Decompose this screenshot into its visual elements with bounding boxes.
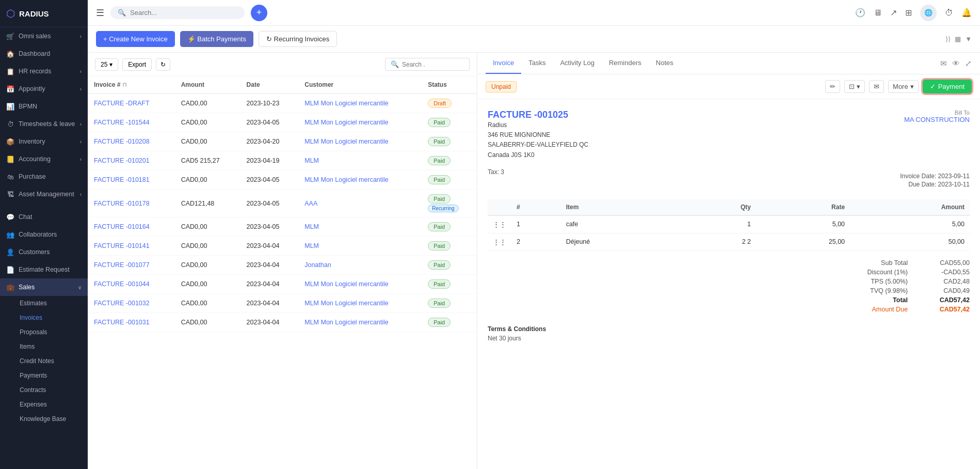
sidebar-item-invoices[interactable]: Invoices <box>14 310 88 325</box>
view-columns-icon[interactable]: ▦ <box>955 35 961 43</box>
invoice-link[interactable]: FACTURE -001077 <box>94 261 150 269</box>
export-button[interactable]: Export <box>122 58 152 71</box>
invoice-link[interactable]: FACTURE -001032 <box>94 300 150 307</box>
globe-icon[interactable]: 🌐 <box>920 5 937 21</box>
sidebar-item-payments[interactable]: Payments <box>14 368 88 383</box>
sidebar-item-omni-sales[interactable]: 🛒Omni sales ‹ <box>0 27 88 45</box>
bell-icon[interactable]: 🔔 <box>961 8 972 18</box>
tab-activity-log[interactable]: Activity Log <box>553 53 601 74</box>
sidebar-item-accounting[interactable]: 📒Accounting ‹ <box>0 150 88 168</box>
list-search-input[interactable] <box>402 61 464 68</box>
col-invoice-num[interactable]: Invoice # ⊓ <box>88 76 175 93</box>
hamburger-icon[interactable]: ☰ <box>96 7 104 19</box>
col-date[interactable]: Date <box>240 76 299 93</box>
customer-link[interactable]: MLM <box>304 157 319 164</box>
drag-handle[interactable]: ⋮⋮ <box>488 215 511 233</box>
customer-link[interactable]: AAA <box>304 200 317 207</box>
table-row[interactable]: FACTURE -010178 CAD121,48 2023-04-05 AAA… <box>88 190 477 217</box>
sidebar-item-estimate-request[interactable]: 📄Estimate Request <box>0 261 88 278</box>
customer-link[interactable]: MLM Mon Logiciel mercantile <box>304 100 389 107</box>
table-row[interactable]: FACTURE -001031 CAD0,00 2023-04-04 MLM M… <box>88 313 477 332</box>
sidebar-item-knowledge-base[interactable]: Knowledge Base <box>14 412 88 426</box>
sidebar-item-collaborators[interactable]: 👥Collaborators <box>0 226 88 243</box>
monitor-icon[interactable]: 🖥 <box>874 8 882 18</box>
add-button[interactable]: + <box>251 5 267 21</box>
grid-icon[interactable]: ⊞ <box>905 8 912 18</box>
table-row[interactable]: FACTURE -010181 CAD0,00 2023-04-05 MLM M… <box>88 170 477 190</box>
payment-button[interactable]: ✓ Payment <box>923 80 972 93</box>
invoice-link[interactable]: FACTURE -010208 <box>94 138 150 145</box>
history-icon[interactable]: 🕐 <box>855 8 865 18</box>
table-row[interactable]: FACTURE -001077 CAD0,00 2023-04-04 Jonat… <box>88 256 477 275</box>
search-bar[interactable]: 🔍 <box>110 6 245 19</box>
tab-tasks[interactable]: Tasks <box>521 53 553 74</box>
table-row[interactable]: FACTURE -101544 CAD0,00 2023-04-05 MLM M… <box>88 113 477 132</box>
per-page-button[interactable]: 25 ▾ <box>95 58 118 71</box>
invoice-link[interactable]: FACTURE -010181 <box>94 176 150 183</box>
invoice-link[interactable]: FACTURE -101544 <box>94 119 150 126</box>
sidebar-item-items[interactable]: Items <box>14 339 88 354</box>
customer-link[interactable]: MLM <box>304 223 319 230</box>
invoice-link[interactable]: FACTURE -010201 <box>94 157 150 164</box>
sidebar-item-sales[interactable]: 💼Sales ∨ <box>0 278 88 296</box>
expand-icon[interactable]: ⤢ <box>965 59 972 68</box>
edit-button[interactable]: ✏ <box>825 80 840 93</box>
table-row[interactable]: FACTURE -010164 CAD0,00 2023-04-05 MLM P… <box>88 217 477 237</box>
sidebar-item-expenses[interactable]: Expenses <box>14 397 88 412</box>
expand-icon[interactable]: ⟩⟩ <box>945 35 951 43</box>
col-amount[interactable]: Amount <box>175 76 240 93</box>
sidebar-item-chat[interactable]: 💬Chat <box>0 208 88 226</box>
customer-link[interactable]: MLM Mon Logiciel mercantile <box>304 300 389 307</box>
list-search[interactable]: 🔍 <box>385 58 470 71</box>
batch-payments-button[interactable]: ⚡ Batch Payments <box>180 31 253 47</box>
drag-handle[interactable]: ⋮⋮ <box>488 233 511 251</box>
tab-invoice[interactable]: Invoice <box>486 53 521 74</box>
sidebar-item-contracts[interactable]: Contracts <box>14 383 88 397</box>
email-send-button[interactable]: ✉ <box>869 80 884 93</box>
email-icon[interactable]: ✉ <box>940 59 947 68</box>
clock-icon[interactable]: ⏱ <box>945 8 953 18</box>
sidebar-item-timesheets[interactable]: ⏱Timesheets & leave ‹ <box>0 115 88 133</box>
customer-link[interactable]: MLM Mon Logiciel mercantile <box>304 138 389 145</box>
search-input[interactable] <box>130 9 223 17</box>
share-icon[interactable]: ↗ <box>890 8 897 18</box>
invoice-link[interactable]: FACTURE -DRAFT <box>94 100 150 107</box>
sidebar-item-bpmn[interactable]: 📊BPMN <box>0 98 88 115</box>
split-button[interactable]: ⊡ ▾ <box>844 80 865 93</box>
sidebar-item-appointly[interactable]: 📅Appointly ‹ <box>0 80 88 98</box>
sidebar-item-asset-management[interactable]: 🏗Asset Management ‹ <box>0 185 88 203</box>
sidebar-item-credit-notes[interactable]: Credit Notes <box>14 354 88 368</box>
more-button[interactable]: More ▾ <box>888 80 919 93</box>
table-row[interactable]: FACTURE -010201 CAD5 215,27 2023-04-19 M… <box>88 151 477 170</box>
customer-link[interactable]: MLM Mon Logiciel mercantile <box>304 280 389 288</box>
sidebar-item-purchase[interactable]: 🛍Purchase <box>0 168 88 185</box>
customer-link[interactable]: MLM Mon Logiciel mercantile <box>304 176 389 183</box>
sidebar-item-proposals[interactable]: Proposals <box>14 325 88 339</box>
table-row[interactable]: FACTURE -001032 CAD0,00 2023-04-04 MLM M… <box>88 294 477 313</box>
table-row[interactable]: FACTURE -010208 CAD0,00 2023-04-20 MLM M… <box>88 132 477 151</box>
table-row[interactable]: FACTURE -001044 CAD0,00 2023-04-04 MLM M… <box>88 275 477 294</box>
sidebar-item-inventory[interactable]: 📦Inventory ‹ <box>0 133 88 150</box>
invoice-link[interactable]: FACTURE -010141 <box>94 242 150 249</box>
customer-link[interactable]: MLM Mon Logiciel mercantile <box>304 119 389 126</box>
eye-icon[interactable]: 👁 <box>952 59 960 68</box>
table-row[interactable]: FACTURE -DRAFT CAD0,00 2023-10-23 MLM Mo… <box>88 93 477 113</box>
table-row[interactable]: FACTURE -010141 CAD0,00 2023-04-04 MLM P… <box>88 237 477 256</box>
sidebar-item-estimates[interactable]: Estimates <box>14 296 88 310</box>
refresh-button[interactable]: ↻ <box>156 58 170 71</box>
tab-notes[interactable]: Notes <box>649 53 681 74</box>
tab-reminders[interactable]: Reminders <box>602 53 649 74</box>
invoice-link[interactable]: FACTURE -001031 <box>94 319 150 326</box>
sidebar-item-customers[interactable]: 👤Customers <box>0 243 88 261</box>
filter-icon[interactable]: ▼ <box>965 35 972 43</box>
col-customer[interactable]: Customer <box>298 76 422 93</box>
invoice-link[interactable]: FACTURE -001044 <box>94 280 150 288</box>
customer-link[interactable]: MLM <box>304 242 319 249</box>
sidebar-item-dashboard[interactable]: 🏠Dashboard <box>0 45 88 62</box>
sidebar-item-hr-records[interactable]: 📋HR records ‹ <box>0 62 88 80</box>
customer-link[interactable]: Jonathan <box>304 261 331 269</box>
invoice-link[interactable]: FACTURE -010164 <box>94 223 150 230</box>
invoice-link[interactable]: FACTURE -010178 <box>94 200 150 207</box>
recurring-invoices-button[interactable]: ↻ Recurring Invoices <box>259 31 337 47</box>
create-invoice-button[interactable]: + Create New Invoice <box>96 31 175 47</box>
